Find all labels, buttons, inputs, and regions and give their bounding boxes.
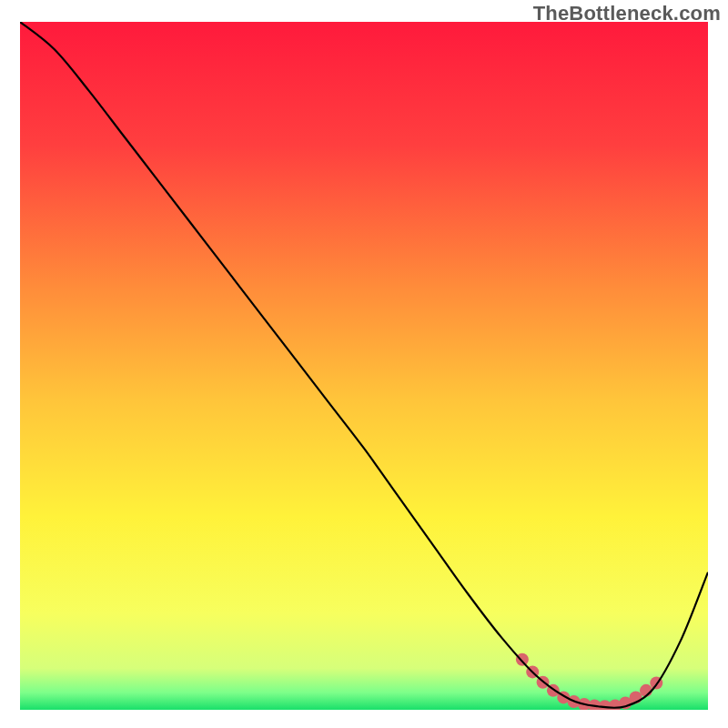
watermark-text: TheBottleneck.com: [533, 2, 721, 25]
chart-container: TheBottleneck.com: [0, 0, 728, 728]
gradient-background: [20, 22, 708, 710]
chart-svg: [20, 22, 708, 710]
plot-area: [20, 22, 708, 710]
